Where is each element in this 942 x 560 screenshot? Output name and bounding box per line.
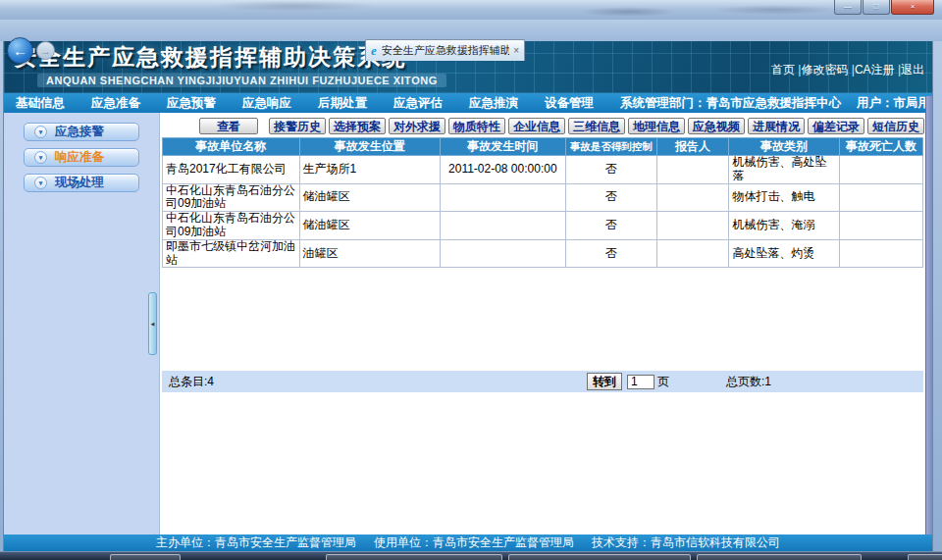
menu-items: 基础信息 应急准备 应急预警 应急响应 后期处置 应急评估 应急推演 设备管理 … (4, 95, 669, 112)
footer-tech-support: 技术支持：青岛市信软科技有限公司 (592, 535, 780, 551)
table-header-row: 事故单位名称 事故发生位置 事故发生时间 事故是否得到控制 报告人 事故类别 事… (163, 138, 923, 156)
table-row[interactable]: 青岛2017化工有限公司 生产场所1 2011-02-08 00:00:00 否… (163, 156, 923, 184)
link-home[interactable]: 首页 (771, 63, 795, 76)
taskbar-button[interactable] (326, 554, 502, 560)
3d-info-button[interactable]: 三维信息 (568, 118, 625, 134)
cell-controlled: 否 (565, 156, 656, 184)
cell-deaths (839, 239, 922, 268)
cell-category: 物体打击、触电 (729, 183, 839, 212)
menu-item-system-manage[interactable]: 系统管理 (620, 95, 669, 112)
sidebar: ▾ 应急接警 ▾ 响应准备 ▾ 现场处理 (4, 113, 160, 535)
menu-item-basic-info[interactable]: 基础信息 (16, 95, 65, 112)
cell-category: 机械伤害、淹溺 (729, 212, 839, 240)
tab-close-icon[interactable]: × (513, 45, 519, 56)
cell-location: 生产场所1 (299, 156, 440, 184)
department-label: 部门：青岛市应急救援指挥中心 (669, 95, 841, 112)
user-label: 用户：市局用户 (857, 95, 933, 112)
windows-taskbar (0, 551, 942, 560)
window-titlebar: — □ × (0, 0, 942, 20)
window-maximize-button[interactable]: □ (863, 0, 890, 15)
site-title: 安全生产应急救援指挥辅助决策系统 (14, 42, 406, 73)
total-items-label: 总条目:4 (169, 374, 214, 390)
external-help-button[interactable]: 对外求援 (389, 118, 445, 134)
cell-controlled: 否 (565, 212, 656, 240)
sidebar-item-label: 响应准备 (55, 149, 104, 166)
chevron-down-icon: ▾ (34, 177, 47, 189)
link-logout[interactable]: 退出 (895, 63, 924, 76)
menu-item-post-disposal[interactable]: 后期处置 (318, 95, 367, 112)
cell-controlled: 否 (565, 239, 656, 268)
sms-history-button[interactable]: 短信历史 (867, 118, 924, 134)
taskbar-button[interactable] (508, 554, 691, 560)
link-ca-register[interactable]: CA注册 (848, 63, 894, 76)
column-header: 事故单位名称 (163, 138, 300, 156)
deviation-record-button[interactable]: 偏差记录 (808, 118, 864, 134)
page-footer: 主办单位：青岛市安全生产监督管理局 使用单位：青岛市安全生产监督管理局 技术支持… (4, 535, 932, 551)
footer-user-unit: 使用单位：青岛市安全生产监督管理局 (374, 535, 574, 551)
view-button[interactable]: 查看 (199, 118, 258, 134)
main-area: ▾ 应急接警 ▾ 响应准备 ▾ 现场处理 ◀ 查看 接警历史 选择预案 (4, 113, 932, 535)
page-viewport: 安全生产应急救援指挥辅助决策系统 ANQUAN SHENGCHAN YINGJI… (3, 41, 933, 551)
progress-button[interactable]: 进展情况 (748, 118, 805, 134)
menu-item-emergency-prepare[interactable]: 应急准备 (91, 95, 140, 112)
menu-item-emergency-drill[interactable]: 应急推演 (469, 95, 518, 112)
cell-reporter (656, 156, 729, 184)
sidebar-collapse-handle[interactable]: ◀ (148, 292, 157, 355)
cell-deaths (839, 156, 922, 184)
accident-table: 事故单位名称 事故发生位置 事故发生时间 事故是否得到控制 报告人 事故类别 事… (162, 137, 923, 268)
alarm-history-button[interactable]: 接警历史 (269, 118, 326, 134)
geo-info-button[interactable]: 地理信息 (628, 118, 685, 134)
column-header: 报告人 (656, 138, 729, 156)
table-row[interactable]: 即墨市七级镇中岔河加油站 油罐区 否 高处坠落、灼烫 (163, 239, 923, 268)
cell-reporter (656, 212, 729, 240)
sidebar-item-scene-handle[interactable]: ▾ 现场处理 (24, 174, 139, 192)
cell-unit-name: 中石化山东青岛石油分公司09加油站 (163, 183, 300, 212)
menu-item-emergency-evaluate[interactable]: 应急评估 (393, 95, 443, 112)
browser-tab[interactable]: e 安全生产应急救援指挥辅助... × (365, 39, 525, 61)
tab-favicon-icon: e (371, 44, 377, 57)
column-header: 事故类别 (729, 138, 839, 156)
cell-reporter (656, 183, 729, 212)
sidebar-item-response-prepare[interactable]: ▾ 响应准备 (24, 148, 139, 167)
window-controls: — □ × (833, 0, 934, 15)
emergency-video-button[interactable]: 应急视频 (688, 118, 745, 134)
cell-time (440, 239, 565, 268)
browser-back-button[interactable]: ← (7, 37, 33, 64)
window-close-button[interactable]: × (891, 0, 934, 15)
column-header: 事故发生时间 (440, 138, 565, 156)
select-plan-button[interactable]: 选择预案 (329, 118, 386, 134)
enterprise-info-button[interactable]: 企业信息 (508, 118, 565, 134)
footer-organizer: 主办单位：青岛市安全生产监督管理局 (156, 535, 356, 551)
content-pane: 查看 接警历史 选择预案 对外求援 物质特性 企业信息 三维信息 地理信息 应急… (160, 113, 932, 535)
chevron-down-icon: ▾ (34, 151, 47, 164)
taskbar-button[interactable] (908, 554, 942, 560)
page-unit-label: 页 (657, 374, 669, 390)
column-header: 事故是否得到控制 (565, 138, 656, 156)
table-row[interactable]: 中石化山东青岛石油分公司09加油站 储油罐区 否 物体打击、触电 (163, 183, 923, 212)
cell-location: 油罐区 (299, 239, 440, 268)
browser-forward-button[interactable]: → (36, 41, 55, 60)
window-minimize-button[interactable]: — (834, 0, 862, 15)
session-info: 部门：青岛市应急救援指挥中心 用户：市局用户 (669, 95, 933, 112)
menu-item-emergency-warning[interactable]: 应急预警 (167, 95, 216, 112)
taskbar-button[interactable] (110, 554, 181, 560)
pagination-bar: 总条目:4 转到 页 总页数:1 (162, 371, 923, 392)
toolbar: 查看 接警历史 选择预案 对外求援 物质特性 企业信息 三维信息 地理信息 应急… (160, 113, 932, 137)
menu-item-emergency-response[interactable]: 应急响应 (242, 95, 291, 112)
menu-item-device-manage[interactable]: 设备管理 (545, 95, 594, 112)
taskbar-button[interactable] (697, 554, 862, 560)
top-links: 首页修改密码CA注册退出 (771, 62, 924, 78)
page-scrollbar[interactable] (925, 96, 932, 535)
cell-category: 高处坠落、灼烫 (729, 239, 839, 268)
goto-page-button[interactable]: 转到 (587, 373, 622, 390)
chevron-down-icon: ▾ (34, 126, 47, 138)
table-row[interactable]: 中石化山东青岛石油分公司09加油站 储油罐区 否 机械伤害、淹溺 (163, 212, 923, 240)
link-change-password[interactable]: 修改密码 (795, 63, 848, 76)
tab-title: 安全生产应急救援指挥辅助... (382, 43, 509, 58)
total-pages-label: 总页数:1 (726, 374, 771, 390)
cell-reporter (656, 239, 729, 268)
material-property-button[interactable]: 物质特性 (448, 118, 505, 134)
sidebar-item-label: 应急接警 (55, 124, 104, 140)
sidebar-item-emergency-call[interactable]: ▾ 应急接警 (24, 123, 139, 141)
page-number-input[interactable] (627, 375, 654, 389)
